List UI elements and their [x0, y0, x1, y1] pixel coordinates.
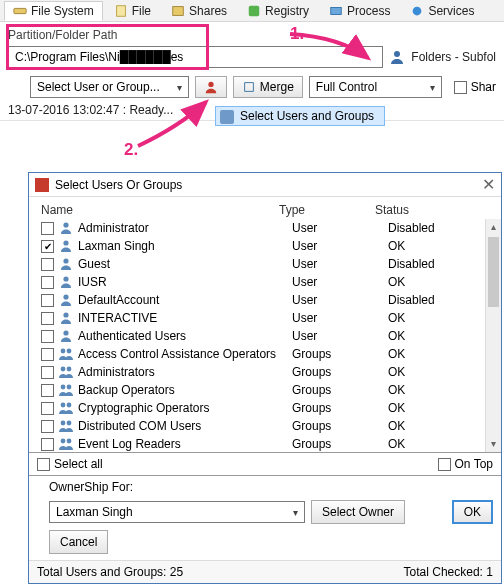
dialog-options-bar: Select all On Top [29, 452, 501, 476]
tab-file-system[interactable]: File System [4, 1, 103, 21]
row-name: DefaultAccount [78, 293, 292, 307]
list-row[interactable]: Cryptographic OperatorsGroupsOK [41, 399, 497, 417]
scroll-up-icon[interactable]: ▴ [486, 219, 501, 235]
list-row[interactable]: Access Control Assistance OperatorsGroup… [41, 345, 497, 363]
tab-bar: File System File Shares Registry Process… [0, 0, 504, 22]
tab-label: Process [347, 4, 390, 18]
row-type: User [292, 329, 388, 343]
row-type: User [292, 275, 388, 289]
merge-button[interactable]: Merge [233, 76, 303, 98]
toolbar: Select User or Group... ▾ Merge Full Con… [0, 72, 504, 100]
tab-registry[interactable]: Registry [238, 1, 318, 21]
row-checkbox[interactable] [41, 240, 54, 253]
user-picker-button[interactable] [195, 76, 227, 98]
select-user-group-combo[interactable]: Select User or Group... ▾ [30, 76, 189, 98]
group-icon [58, 401, 74, 415]
col-name[interactable]: Name [41, 203, 279, 217]
row-status: Disabled [388, 257, 497, 271]
col-type[interactable]: Type [279, 203, 375, 217]
list-row[interactable]: INTERACTIVEUserOK [41, 309, 497, 327]
row-checkbox[interactable] [41, 366, 54, 379]
svg-point-17 [61, 367, 66, 372]
list-row[interactable]: Backup OperatorsGroupsOK [41, 381, 497, 399]
tab-file[interactable]: File [105, 1, 160, 21]
list-row[interactable]: Authenticated UsersUserOK [41, 327, 497, 345]
ownership-combo[interactable]: Laxman Singh ▾ [49, 501, 305, 523]
svg-point-25 [61, 439, 66, 444]
user-icon [204, 80, 218, 94]
row-type: Groups [292, 419, 388, 433]
app-icon [35, 178, 49, 192]
list-row[interactable]: DefaultAccountUserDisabled [41, 291, 497, 309]
on-top-checkbox[interactable]: On Top [438, 457, 493, 471]
list-row[interactable]: Laxman SinghUserOK [41, 237, 497, 255]
drive-icon [13, 4, 27, 18]
list-row[interactable]: Event Log ReadersGroupsOK [41, 435, 497, 452]
row-checkbox[interactable] [41, 258, 54, 271]
row-checkbox[interactable] [41, 438, 54, 451]
shares-icon [171, 4, 185, 18]
row-name: IUSR [78, 275, 292, 289]
row-status: Disabled [388, 221, 497, 235]
row-type: User [292, 257, 388, 271]
row-checkbox[interactable] [41, 312, 54, 325]
tab-process[interactable]: Process [320, 1, 399, 21]
path-input[interactable] [8, 46, 383, 68]
list-row[interactable]: AdministratorsGroupsOK [41, 363, 497, 381]
select-all-label: Select all [54, 457, 103, 471]
ok-button[interactable]: OK [452, 500, 493, 524]
chevron-down-icon: ▾ [177, 82, 182, 93]
row-checkbox[interactable] [41, 276, 54, 289]
permission-combo[interactable]: Full Control ▾ [309, 76, 442, 98]
user-icon [58, 293, 74, 307]
tab-label: File System [31, 4, 94, 18]
scroll-thumb[interactable] [488, 237, 499, 307]
row-checkbox[interactable] [41, 384, 54, 397]
select-owner-button[interactable]: Select Owner [311, 500, 405, 524]
cancel-button[interactable]: Cancel [49, 530, 108, 554]
chevron-down-icon: ▾ [430, 82, 435, 93]
share-checkbox[interactable]: Shar [454, 80, 496, 94]
row-checkbox[interactable] [41, 348, 54, 361]
folders-subfolders-button[interactable]: Folders - Subfol [411, 50, 496, 64]
list-row[interactable]: AdministratorUserDisabled [41, 219, 497, 237]
vertical-scrollbar[interactable]: ▴ ▾ [485, 219, 501, 452]
row-status: OK [388, 419, 497, 433]
select-all-checkbox[interactable]: Select all [37, 457, 103, 471]
total-checked: Total Checked: 1 [404, 565, 493, 579]
close-button[interactable]: ✕ [482, 177, 495, 193]
annotation-2: 2. [124, 140, 138, 160]
row-checkbox[interactable] [41, 402, 54, 415]
list-row[interactable]: GuestUserDisabled [41, 255, 497, 273]
scroll-down-icon[interactable]: ▾ [486, 436, 501, 452]
svg-point-13 [63, 312, 68, 317]
path-label: Partition/Folder Path [8, 28, 496, 42]
svg-point-11 [63, 276, 68, 281]
svg-point-24 [67, 421, 72, 426]
row-checkbox[interactable] [41, 420, 54, 433]
row-checkbox[interactable] [41, 330, 54, 343]
tab-shares[interactable]: Shares [162, 1, 236, 21]
list-header: Name Type Status [29, 197, 501, 219]
row-checkbox[interactable] [41, 222, 54, 235]
user-icon [58, 257, 74, 271]
user-group-list: AdministratorUserDisabledLaxman SinghUse… [29, 219, 501, 452]
col-status[interactable]: Status [375, 203, 481, 217]
row-checkbox[interactable] [41, 294, 54, 307]
total-users-groups: Total Users and Groups: 25 [37, 565, 183, 579]
group-icon [58, 437, 74, 451]
share-label: Shar [471, 80, 496, 94]
dialog-title: Select Users Or Groups [55, 178, 182, 192]
tab-services[interactable]: Services [401, 1, 483, 21]
row-type: Groups [292, 347, 388, 361]
svg-point-9 [63, 240, 68, 245]
ownership-label: OwnerShip For: [49, 480, 493, 494]
svg-point-19 [61, 385, 66, 390]
list-row[interactable]: Distributed COM UsersGroupsOK [41, 417, 497, 435]
row-type: User [292, 221, 388, 235]
dropdown-select-users-groups[interactable]: Select Users and Groups [215, 106, 385, 126]
row-status: OK [388, 437, 497, 451]
list-row[interactable]: IUSRUserOK [41, 273, 497, 291]
dialog-titlebar: Select Users Or Groups ✕ [29, 173, 501, 197]
svg-point-15 [61, 349, 66, 354]
